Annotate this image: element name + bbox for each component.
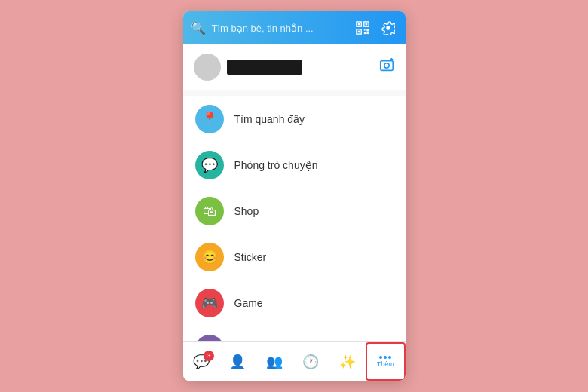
more-label: Thêm — [377, 360, 394, 368]
discover-icon: ✨ — [339, 354, 356, 370]
menu-item-tim-quanh-day[interactable]: 📍 Tìm quanh đây — [183, 96, 406, 142]
nav-discover[interactable]: ✨ — [329, 342, 366, 381]
svg-rect-7 — [366, 29, 369, 32]
add-photo-icon[interactable] — [378, 57, 395, 78]
menu-item-sticker[interactable]: 😊 Sticker — [183, 234, 406, 280]
history-icon: 🕐 — [302, 354, 319, 370]
bottom-nav: 💬 3 👤 👥 🕐 ✨ Thêm — [183, 341, 406, 381]
qr-icon[interactable] — [353, 18, 372, 38]
game-label: Game — [234, 297, 263, 309]
search-icon[interactable]: 🔍 — [191, 21, 206, 35]
sticker-label: Sticker — [234, 251, 267, 263]
menu-item-phong-tro-chuyen[interactable]: 💬 Phòng trò chuyện — [183, 142, 406, 188]
top-bar: 🔍 Tìm bạn bè, tin nhắn ... — [183, 11, 406, 44]
nav-messages[interactable]: 💬 3 — [183, 342, 220, 381]
messages-badge: 3 — [204, 351, 214, 361]
more-dots-icon — [379, 356, 391, 359]
nav-more[interactable]: Thêm — [366, 342, 406, 381]
profile-section — [183, 44, 406, 90]
menu-list: 📍 Tìm quanh đây 💬 Phòng trò chuyện 🛍 Sho… — [183, 90, 406, 341]
menu-item-channel[interactable]: 📺 Channel — [183, 326, 406, 341]
svg-rect-8 — [363, 32, 366, 34]
tim-quanh-day-label: Tìm quanh đây — [234, 113, 305, 125]
nav-history[interactable]: 🕐 — [292, 342, 329, 381]
sticker-icon: 😊 — [195, 243, 224, 271]
phone-screen: 🔍 Tìm bạn bè, tin nhắn ... — [183, 11, 406, 381]
menu-item-shop[interactable]: 🛍 Shop — [183, 188, 406, 234]
search-placeholder[interactable]: Tìm bạn bè, tin nhắn ... — [212, 23, 347, 34]
user-name-block — [227, 60, 302, 75]
tim-quanh-day-icon: 📍 — [195, 105, 224, 133]
settings-icon[interactable] — [378, 18, 398, 38]
shop-icon: 🛍 — [195, 197, 224, 225]
channel-icon: 📺 — [195, 335, 224, 341]
svg-rect-9 — [366, 32, 369, 34]
menu-item-game[interactable]: 🎮 Game — [183, 280, 406, 326]
profile-left — [194, 54, 302, 81]
phong-tro-chuyen-label: Phòng trò chuyện — [234, 159, 318, 171]
svg-rect-10 — [380, 60, 393, 70]
svg-rect-3 — [365, 23, 367, 26]
svg-point-11 — [384, 63, 388, 67]
contacts-icon: 👤 — [229, 354, 246, 370]
svg-rect-1 — [357, 23, 360, 26]
nav-friend-request[interactable]: 👥 — [256, 342, 293, 381]
svg-rect-5 — [357, 31, 360, 33]
phong-tro-chuyen-icon: 💬 — [195, 151, 224, 179]
game-icon: 🎮 — [195, 289, 224, 317]
friend-request-icon: 👥 — [266, 354, 283, 370]
shop-label: Shop — [234, 205, 259, 217]
messages-icon: 💬 3 — [193, 354, 210, 370]
svg-rect-6 — [363, 29, 365, 31]
nav-contacts[interactable]: 👤 — [219, 342, 256, 381]
avatar — [194, 54, 221, 81]
content-area: 📍 Tìm quanh đây 💬 Phòng trò chuyện 🛍 Sho… — [183, 44, 406, 341]
